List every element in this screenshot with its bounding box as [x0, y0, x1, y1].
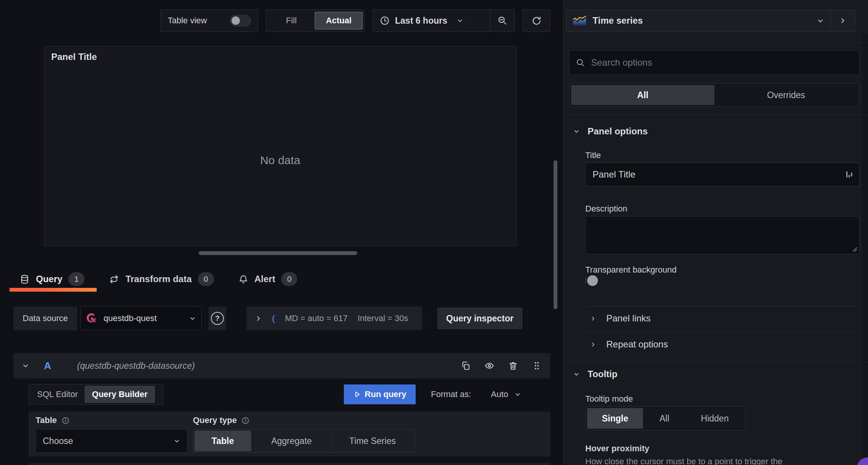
resize-corner-icon[interactable] — [852, 246, 858, 252]
pane-divider — [563, 0, 564, 465]
horizontal-scrollbar[interactable] — [199, 251, 357, 255]
search-options-field — [569, 50, 860, 75]
datasource-picker[interactable]: questdb-quest — [80, 307, 202, 330]
sidebar-scroll-track — [862, 34, 868, 465]
visualization-select[interactable]: Time series — [567, 10, 830, 31]
info-icon[interactable] — [241, 417, 249, 425]
query-refid[interactable]: A — [44, 360, 51, 372]
query-row-actions — [461, 361, 542, 371]
fill-option[interactable]: Fill — [268, 12, 315, 29]
search-options-input[interactable] — [590, 57, 853, 68]
questdb-logo — [86, 312, 98, 325]
table-select[interactable]: Choose — [36, 429, 188, 453]
description-textarea[interactable] — [585, 216, 860, 254]
eye-icon[interactable] — [484, 361, 494, 371]
clock-icon — [380, 16, 390, 26]
filter-tab-all[interactable]: All — [571, 85, 714, 105]
options-filter-tabs: All Overrides — [569, 83, 860, 107]
query-options-summary[interactable]: ( MD = auto = 617 Interval = 30s — [246, 307, 422, 330]
panel-links-label: Panel links — [606, 313, 651, 324]
grafana-panel-editor: Table view Fill Actual Last 6 hours Pane… — [0, 0, 868, 465]
filter-tab-overrides[interactable]: Overrides — [714, 85, 858, 105]
section-divider — [564, 115, 868, 115]
zoom-out-button[interactable] — [490, 10, 514, 31]
panel-preview-title: Panel Title — [51, 52, 97, 62]
time-range-button[interactable]: Last 6 hours — [373, 10, 490, 31]
actual-option[interactable]: Actual — [315, 12, 363, 29]
table-view-toggle[interactable] — [230, 15, 251, 26]
refresh-button[interactable] — [523, 10, 550, 32]
query-inspector-button[interactable]: Query inspector — [437, 308, 522, 329]
tooltip-section-title: Tooltip — [588, 369, 617, 379]
sql-editor-option[interactable]: SQL Editor — [30, 386, 85, 403]
editor-mode-group: SQL Editor Query Builder — [29, 384, 163, 405]
drag-grip-icon[interactable] — [532, 361, 542, 371]
transform-icon — [109, 274, 119, 284]
chevron-down-icon[interactable] — [514, 391, 521, 398]
chevron-down-icon — [189, 315, 196, 322]
panel-preview: Panel Title No data — [44, 46, 517, 246]
chevron-right-icon — [839, 17, 847, 24]
chevron-down-icon — [573, 128, 580, 135]
chevron-down-icon — [817, 17, 824, 24]
tooltip-mode-all[interactable]: All — [643, 408, 686, 429]
sidebar-collapse-button[interactable] — [830, 10, 855, 31]
search-icon — [576, 58, 585, 67]
query-datasource-hint: (questdb-questdb-datasource) — [77, 361, 195, 371]
sidebar-top-divider — [564, 42, 868, 43]
collapse-chevron-down-icon[interactable] — [22, 362, 29, 370]
table-view-control: Table view — [160, 10, 258, 32]
visualization-picker: Time series — [566, 10, 855, 32]
chevron-down-icon — [173, 438, 180, 444]
query-type-table[interactable]: Table — [194, 431, 251, 451]
datasource-help-button[interactable]: ? — [209, 307, 226, 330]
table-view-label: Table view — [168, 16, 207, 26]
tooltip-section-header[interactable]: Tooltip — [573, 369, 617, 379]
repeat-options-section[interactable]: Repeat options — [590, 339, 668, 350]
format-as-value[interactable]: Auto — [491, 389, 508, 399]
copy-icon[interactable] — [461, 361, 471, 371]
panel-options-header[interactable]: Panel options — [573, 126, 648, 137]
section-divider — [564, 362, 868, 362]
editor-tab-bar: Query 1 Transform data 0 Alert 0 — [0, 266, 563, 292]
time-range-label: Last 6 hours — [395, 16, 447, 26]
query-builder-option[interactable]: Query Builder — [85, 386, 155, 403]
panel-title-field — [585, 163, 860, 186]
zoom-out-icon — [497, 16, 507, 26]
query-type-aggregate[interactable]: Aggregate — [251, 431, 332, 451]
transparent-bg-toggle[interactable] — [585, 277, 586, 284]
query-type-label-text: Query type — [193, 415, 237, 425]
tooltip-mode-label: Tooltip mode — [585, 394, 633, 404]
question-icon: ? — [211, 312, 224, 325]
panel-title-input[interactable] — [592, 169, 845, 180]
run-query-button[interactable]: Run query — [344, 384, 416, 404]
info-icon[interactable] — [62, 417, 70, 425]
tooltip-mode-single[interactable]: Single — [587, 408, 643, 429]
tab-transform-data[interactable]: Transform data 0 — [97, 266, 226, 292]
play-icon — [353, 391, 361, 398]
tab-query[interactable]: Query 1 — [10, 266, 97, 292]
database-icon — [19, 274, 30, 284]
bars-icon — [845, 170, 853, 179]
query-builder-card: Table Choose Query type Table Aggregate … — [29, 412, 550, 457]
table-label-text: Table — [36, 415, 57, 425]
trash-icon[interactable] — [508, 361, 518, 371]
panel-links-section[interactable]: Panel links — [590, 313, 651, 324]
tab-alert[interactable]: Alert 0 — [226, 266, 310, 292]
options-paren: ( — [272, 313, 275, 324]
tooltip-mode-hidden[interactable]: Hidden — [686, 408, 744, 429]
tab-alert-label: Alert — [254, 274, 275, 284]
panel-options-title: Panel options — [588, 126, 648, 137]
interval-summary: Interval = 30s — [358, 313, 408, 323]
query-type-time-series[interactable]: Time Series — [332, 431, 413, 451]
fit-mode-group: Fill Actual — [266, 10, 364, 32]
query-row-a: A (questdb-questdb-datasource) — [13, 353, 550, 378]
query-type-field-label: Query type — [193, 415, 249, 425]
chevron-right-icon — [255, 315, 262, 322]
tab-query-badge: 1 — [68, 272, 84, 286]
inset-divider — [585, 306, 860, 307]
title-field-label: Title — [585, 150, 601, 160]
tab-query-label: Query — [36, 274, 62, 284]
max-data-points-summary: MD = auto = 617 — [285, 313, 348, 323]
transparent-bg-label: Transparent background — [585, 265, 677, 275]
